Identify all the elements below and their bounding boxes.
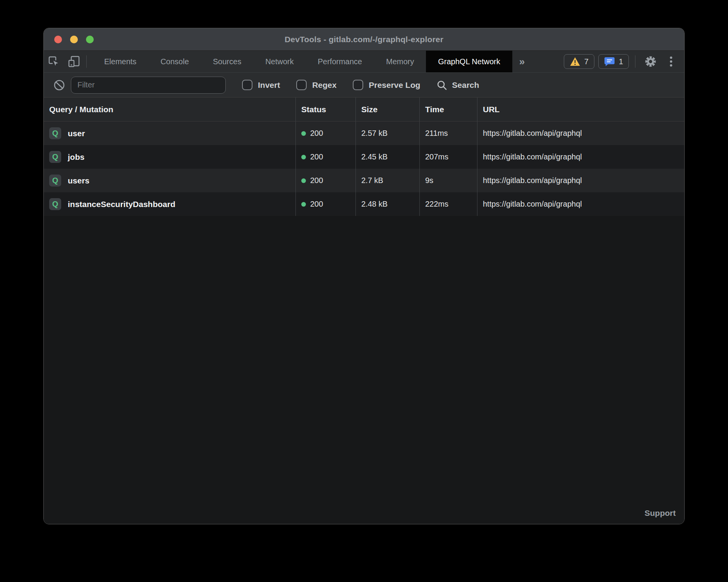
chevron-double-right-icon: »: [519, 56, 525, 68]
status-ok-dot-icon: [301, 178, 306, 183]
messages-badge[interactable]: 1: [598, 54, 629, 69]
search-button[interactable]: Search: [436, 80, 479, 91]
tab-console[interactable]: Console: [148, 51, 201, 72]
titlebar: DevTools - gitlab.com/-/graphql-explorer: [44, 28, 684, 51]
response-size: 2.7 kB: [355, 169, 419, 192]
column-header-url: URL: [477, 98, 684, 121]
devtools-window: DevTools - gitlab.com/-/graphql-explorer: [43, 28, 685, 524]
response-time: 9s: [419, 169, 477, 192]
status-code: 200: [310, 129, 323, 138]
settings-button[interactable]: [642, 55, 659, 68]
table-header: Query / Mutation Status Size Time URL: [44, 98, 684, 122]
column-header-size: Size: [355, 98, 419, 121]
status-ok-dot-icon: [301, 202, 306, 207]
search-label: Search: [452, 80, 479, 90]
tab-sources[interactable]: Sources: [201, 51, 253, 72]
table-row[interactable]: Q users 200 2.7 kB 9s https://gitlab.com…: [44, 169, 684, 192]
warnings-count: 7: [584, 57, 589, 66]
response-size: 2.57 kB: [355, 122, 419, 145]
query-type-badge: Q: [49, 151, 61, 163]
response-size: 2.48 kB: [355, 192, 419, 216]
warnings-badge[interactable]: 7: [564, 54, 594, 69]
traffic-lights: [54, 28, 94, 50]
column-header-query-mutation: Query / Mutation: [44, 98, 295, 121]
gear-icon: [644, 55, 657, 68]
support-link[interactable]: Support: [645, 508, 676, 518]
column-header-status: Status: [295, 98, 355, 121]
panel-tabs: Elements Console Sources Network Perform…: [92, 51, 512, 72]
invert-checkbox[interactable]: [242, 80, 252, 90]
filter-input[interactable]: [71, 77, 226, 94]
status-code: 200: [310, 200, 323, 209]
request-url: https://gitlab.com/api/graphql: [477, 169, 684, 192]
response-time: 211ms: [419, 122, 477, 145]
toolbar-divider: [86, 55, 87, 68]
regex-checkbox[interactable]: [296, 80, 307, 90]
window-title: DevTools - gitlab.com/-/graphql-explorer: [285, 35, 443, 44]
block-icon: [53, 79, 65, 91]
regex-checkbox-group[interactable]: Regex: [296, 80, 337, 90]
status-ok-dot-icon: [301, 131, 306, 136]
messages-count: 1: [619, 57, 623, 66]
kebab-menu-icon: [669, 55, 673, 68]
query-type-badge: Q: [49, 175, 61, 187]
maximize-button[interactable]: [86, 36, 94, 43]
preserve-log-checkbox[interactable]: [353, 80, 363, 90]
table-row[interactable]: Q instanceSecurityDashboard 200 2.48 kB …: [44, 192, 684, 216]
search-icon: [436, 80, 447, 91]
minimize-button[interactable]: [70, 36, 78, 43]
tab-graphql-network[interactable]: GraphQL Network: [426, 51, 512, 72]
status-code: 200: [310, 176, 323, 185]
table-row[interactable]: Q user 200 2.57 kB 211ms https://gitlab.…: [44, 122, 684, 145]
request-url: https://gitlab.com/api/graphql: [477, 192, 684, 216]
preserve-log-label: Preserve Log: [369, 80, 420, 90]
query-type-badge: Q: [49, 127, 61, 139]
more-tabs-button[interactable]: »: [512, 51, 532, 72]
device-toolbar-button[interactable]: [64, 51, 84, 72]
tab-elements[interactable]: Elements: [92, 51, 148, 72]
empty-results-area: Support: [44, 216, 684, 524]
query-type-badge: Q: [49, 198, 61, 210]
warning-icon: [570, 56, 580, 67]
invert-checkbox-group[interactable]: Invert: [242, 80, 280, 90]
filter-bar: Invert Regex Preserve Log Search: [44, 73, 684, 98]
response-time: 207ms: [419, 145, 477, 169]
toolbar-right-divider: [635, 55, 635, 68]
tab-performance[interactable]: Performance: [306, 51, 374, 72]
toolbar-right-group: 7 1: [564, 51, 684, 72]
invert-label: Invert: [258, 80, 280, 90]
query-name: jobs: [68, 152, 84, 162]
inspect-cursor-icon: [48, 55, 60, 68]
message-bubble-icon: [604, 56, 615, 67]
response-time: 222ms: [419, 192, 477, 216]
tab-network[interactable]: Network: [253, 51, 306, 72]
devtools-toolbar: Elements Console Sources Network Perform…: [44, 51, 684, 73]
column-header-time: Time: [419, 98, 477, 121]
regex-label: Regex: [312, 80, 337, 90]
response-size: 2.45 kB: [355, 145, 419, 169]
close-button[interactable]: [54, 36, 62, 43]
clear-requests-button[interactable]: [50, 79, 69, 91]
status-ok-dot-icon: [301, 155, 306, 159]
request-url: https://gitlab.com/api/graphql: [477, 122, 684, 145]
inspect-element-button[interactable]: [44, 51, 64, 72]
device-toolbar-icon: [67, 55, 81, 68]
request-url: https://gitlab.com/api/graphql: [477, 145, 684, 169]
menu-button[interactable]: [663, 55, 679, 68]
tab-memory[interactable]: Memory: [374, 51, 426, 72]
table-row[interactable]: Q jobs 200 2.45 kB 207ms https://gitlab.…: [44, 145, 684, 169]
query-name: instanceSecurityDashboard: [68, 200, 175, 209]
preserve-log-checkbox-group[interactable]: Preserve Log: [353, 80, 420, 90]
query-name: user: [68, 129, 85, 138]
query-name: users: [68, 176, 89, 185]
status-code: 200: [310, 152, 323, 161]
